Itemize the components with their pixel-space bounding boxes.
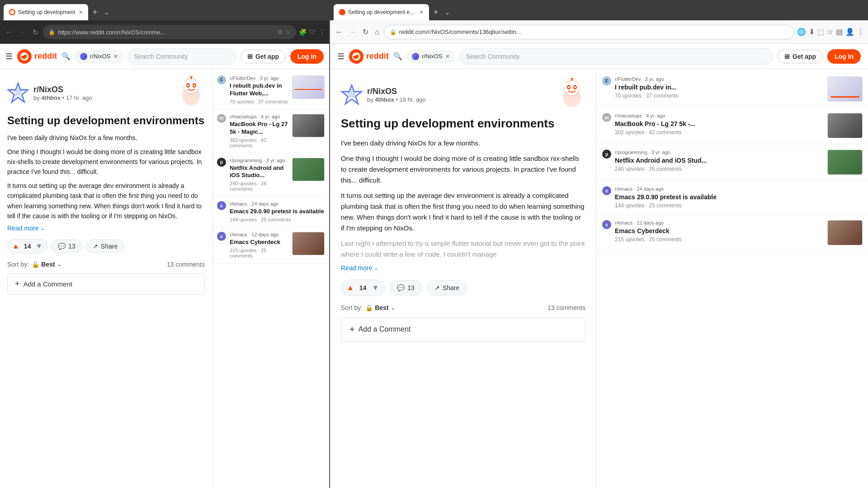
login-btn-right[interactable]: Log In	[827, 49, 861, 64]
star-icon-right[interactable]: ☆	[827, 28, 833, 36]
download-icon-right[interactable]: ⬇	[809, 28, 815, 36]
left-tab-new[interactable]: +	[89, 6, 101, 19]
share-btn-left[interactable]: ↗Share	[86, 239, 124, 253]
svg-point-12	[182, 81, 185, 86]
feed-item-5[interactable]: e r/emacs · 12 days ago Emacs Cyberdeck …	[212, 227, 329, 263]
feed-title-r5: Emacs Cyberdeck	[615, 227, 824, 235]
svg-point-24	[571, 78, 573, 80]
right-tab-close[interactable]: ✕	[420, 9, 424, 15]
svg-point-0	[10, 10, 14, 14]
more-tools-right[interactable]: ⋮	[857, 28, 864, 36]
feed-title-4: Emacs 29.0.90 pretest is available	[230, 208, 325, 216]
get-app-btn-left[interactable]: ⊞Get app	[241, 50, 286, 63]
community-filter-right[interactable]: r/NixOS ✕	[407, 51, 455, 62]
left-tab-1[interactable]: Setting up development ✕	[4, 4, 88, 20]
nav-forward-left[interactable]: →	[17, 26, 28, 38]
read-more-right[interactable]: Read more ⌄	[341, 264, 585, 272]
feed-thumb-r2	[827, 113, 863, 138]
search-icon-left[interactable]: 🔍	[61, 52, 71, 61]
feed-item-r3[interactable]: p r/programming · 3 yr. ago Netflix Andr…	[597, 144, 868, 181]
nav-refresh-right[interactable]: ↻	[361, 26, 370, 38]
post-title-left: Setting up development environments	[7, 113, 205, 127]
community-x-left[interactable]: ✕	[113, 53, 118, 60]
nav-refresh-left[interactable]: ↻	[31, 26, 40, 38]
left-tab-close[interactable]: ✕	[79, 9, 83, 15]
address-text-right: reddit.com/r/NixOS/comments/136qbur/sett…	[399, 28, 788, 35]
feed-title-2: MacBook Pro - Lg 27 5k - Magic...	[230, 121, 288, 136]
feed-item-4[interactable]: e r/emacs · 24 days ago Emacs 29.0.90 pr…	[212, 197, 329, 227]
share-btn-right[interactable]: ↗Share	[427, 280, 467, 296]
search-bar-right[interactable]: Search Community	[459, 48, 773, 65]
read-more-left[interactable]: Read more ⌄	[7, 225, 205, 232]
post-body-3-right: It turns out setting up the average dev …	[341, 190, 585, 234]
sort-select-left[interactable]: 🔒 Best ⌄	[32, 261, 61, 268]
address-bar-right[interactable]: 🔒 reddit.com/r/NixOS/comments/136qbur/se…	[384, 25, 794, 39]
sort-select-right[interactable]: 🔒 Best ⌄	[365, 304, 395, 311]
upvote-left[interactable]: ▲	[8, 239, 24, 253]
reddit-logo-left[interactable]: reddit	[17, 49, 57, 64]
address-copy-icon[interactable]: ⧉	[278, 29, 282, 35]
feed-thumb-r3	[827, 150, 863, 175]
feed-item-r1[interactable]: F r/FlutterDev · 3 yr. ago I rebuilt pub…	[597, 71, 868, 108]
login-btn-left[interactable]: Log In	[290, 49, 324, 64]
shield-icon-left[interactable]: 🛡	[309, 28, 316, 36]
hamburger-left[interactable]: ☰	[5, 52, 13, 61]
feed-title-r1: I rebuilt pub.dev in...	[615, 83, 824, 91]
feed-meta-1: r/FlutterDev · 3 yr. ago	[230, 75, 288, 81]
account-icon-right[interactable]: 👤	[845, 28, 854, 36]
feed-item-r5[interactable]: e r/emacs · 12 days ago Emacs Cyberdeck …	[597, 215, 868, 251]
feed-meta-r5: r/emacs · 12 days ago	[615, 220, 824, 225]
svg-point-13	[197, 81, 201, 86]
add-comment-plus-right: +	[349, 324, 355, 335]
nav-forward-right[interactable]: →	[347, 26, 358, 38]
extensions-icon-left[interactable]: 🧩	[299, 28, 307, 36]
right-tab-new[interactable]: +	[430, 6, 442, 19]
comment-btn-left[interactable]: 💬13	[51, 239, 82, 253]
vote-count-right: 14	[359, 284, 367, 291]
feed-item-2[interactable]: m r/macsetups · 4 yr. ago MacBook Pro - …	[212, 109, 329, 153]
reddit-logo-right[interactable]: reddit	[349, 49, 389, 64]
feed-title-3: Netflix Android and iOS Studio...	[230, 164, 288, 180]
feed-item-r4[interactable]: e r/emacs · 24 days ago Emacs 29.0.90 pr…	[597, 181, 868, 215]
post-body-4-right: Last night I attempted to try a simple f…	[341, 238, 585, 260]
feed-item-1[interactable]: F r/FlutterDev · 3 yr. ago I rebuilt pub…	[212, 71, 329, 109]
search-icon-right[interactable]: 🔍	[393, 52, 402, 61]
sidebar-icon-right[interactable]: ▤	[836, 28, 843, 36]
search-bar-left[interactable]: Search Community	[127, 48, 236, 65]
vote-buttons-right[interactable]: ▲ 14 ▼	[341, 280, 385, 296]
right-tab-overflow[interactable]: ⌄	[443, 7, 452, 18]
community-x-right[interactable]: ✕	[445, 53, 450, 60]
feed-panel-right: F r/FlutterDev · 3 yr. ago I rebuilt pub…	[597, 69, 868, 488]
feed-meta-4: r/emacs · 24 days ago	[230, 201, 325, 206]
comment-btn-right[interactable]: 💬13	[389, 280, 422, 296]
downvote-left[interactable]: ▼	[31, 239, 47, 253]
nav-back-right[interactable]: ←	[334, 26, 344, 38]
more-tools-left[interactable]: ⋮	[318, 28, 326, 37]
right-tab-1[interactable]: Setting up development en... ✕	[334, 4, 429, 20]
left-tab-overflow[interactable]: ⌄	[102, 7, 111, 18]
add-comment-btn-left[interactable]: + Add a Comment	[7, 273, 205, 295]
sort-value-right: Best	[375, 304, 388, 311]
sort-label-left: Sort by:	[7, 261, 29, 268]
svg-point-8	[187, 84, 189, 86]
feed-title-r4: Emacs 29.0.90 pretest is available	[615, 193, 863, 201]
feed-thumb-3	[292, 158, 325, 181]
right-tab-favicon	[339, 9, 345, 15]
add-comment-btn-right[interactable]: + Add a Comment	[341, 318, 585, 342]
cast-icon-right[interactable]: ⬚	[817, 28, 824, 36]
get-app-btn-right[interactable]: ⊞Get app	[778, 50, 823, 63]
downvote-right[interactable]: ▼	[366, 280, 384, 296]
feed-item-3[interactable]: p r/programming · 3 yr. ago Netflix Andr…	[212, 153, 329, 197]
upvote-right[interactable]: ▲	[341, 280, 359, 296]
address-star-icon[interactable]: ☆	[285, 28, 291, 36]
vote-buttons-left[interactable]: ▲ 14 ▼	[7, 239, 47, 253]
hamburger-right[interactable]: ☰	[337, 52, 344, 61]
community-filter-left[interactable]: r/NixOS ✕	[75, 51, 123, 62]
nav-back-left[interactable]: ←	[4, 26, 14, 38]
address-bar-left[interactable]: 🔒 https://www.reddit.com/r/NixOS/comme..…	[43, 25, 296, 39]
reddit-right-page: ☰ reddit 🔍 r/NixOS ✕ Search Comm	[330, 44, 868, 488]
feed-meta-2: r/macsetups · 4 yr. ago	[230, 114, 288, 119]
nav-home-right[interactable]: ⌂	[373, 26, 381, 38]
feed-item-r2[interactable]: m r/macsetups · 4 yr. ago MacBook Pro - …	[597, 108, 868, 144]
svg-point-22	[574, 86, 576, 88]
